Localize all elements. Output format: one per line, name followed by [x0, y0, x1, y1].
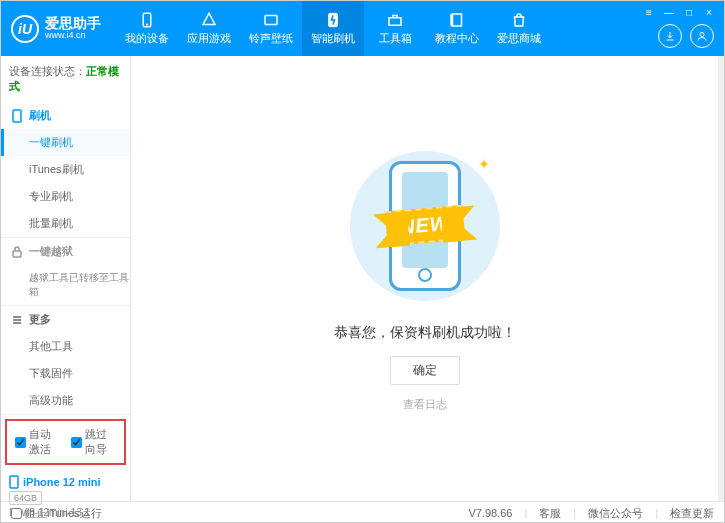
- app-header: iU 爱思助手 www.i4.cn 我的设备 应用游戏 铃声壁纸 智能刷机 工具…: [1, 1, 724, 56]
- list-icon: [11, 314, 23, 326]
- phone-icon: [138, 11, 156, 29]
- sidebar-flash-header[interactable]: 刷机: [1, 102, 130, 129]
- connection-status: 设备连接状态：正常模式: [1, 56, 130, 102]
- flash-icon: [324, 11, 342, 29]
- scrollbar[interactable]: [718, 56, 724, 501]
- nav-label: 智能刷机: [311, 31, 355, 46]
- wallpaper-icon: [262, 11, 280, 29]
- app-url: www.i4.cn: [45, 31, 101, 41]
- sidebar-item-batch-flash[interactable]: 批量刷机: [1, 210, 130, 237]
- device-name-text: iPhone 12 mini: [23, 476, 101, 488]
- sidebar-section-label: 一键越狱: [29, 244, 73, 259]
- storage-badge: 64GB: [9, 491, 42, 505]
- nav-label: 铃声壁纸: [249, 31, 293, 46]
- checkbox-label: 阻止iTunes运行: [25, 506, 102, 521]
- book-icon: [448, 11, 466, 29]
- nav-label: 爱思商城: [497, 31, 541, 46]
- close-button[interactable]: ×: [702, 5, 716, 19]
- checkbox-block-itunes[interactable]: 阻止iTunes运行: [11, 506, 102, 521]
- logo-area: iU 爱思助手 www.i4.cn: [11, 15, 101, 43]
- nav-label: 工具箱: [379, 31, 412, 46]
- sidebar-section-label: 刷机: [29, 108, 51, 123]
- minimize-button[interactable]: —: [662, 5, 676, 19]
- main-content: ✦ NEW 恭喜您，保资料刷机成功啦！ 确定 查看日志: [131, 56, 718, 501]
- device-icon: [9, 475, 19, 489]
- window-controls: ≡ — □ ×: [642, 5, 716, 19]
- nav-label: 应用游戏: [187, 31, 231, 46]
- svg-rect-7: [13, 251, 21, 257]
- sidebar-more-header[interactable]: 更多: [1, 306, 130, 333]
- device-name[interactable]: iPhone 12 mini: [9, 475, 122, 489]
- ok-button[interactable]: 确定: [390, 356, 460, 385]
- nav-my-device[interactable]: 我的设备: [116, 1, 178, 56]
- svg-rect-6: [13, 110, 21, 122]
- sidebar-item-download-firmware[interactable]: 下载固件: [1, 360, 130, 387]
- sparkle-icon: ✦: [478, 156, 490, 172]
- lock-icon: [11, 246, 23, 258]
- svg-point-5: [700, 33, 704, 37]
- svg-rect-2: [265, 16, 277, 25]
- success-message: 恭喜您，保资料刷机成功啦！: [334, 324, 516, 342]
- app-name: 爱思助手: [45, 15, 101, 31]
- nav-label: 教程中心: [435, 31, 479, 46]
- sidebar-item-other-tools[interactable]: 其他工具: [1, 333, 130, 360]
- nav-tutorials[interactable]: 教程中心: [426, 1, 488, 56]
- checkbox-label: 自动激活: [29, 427, 61, 457]
- nav-ringtones[interactable]: 铃声壁纸: [240, 1, 302, 56]
- maximize-button[interactable]: □: [682, 5, 696, 19]
- nav-toolbox[interactable]: 工具箱: [364, 1, 426, 56]
- sidebar-section-label: 更多: [29, 312, 51, 327]
- store-icon: [510, 11, 528, 29]
- menu-icon[interactable]: ≡: [642, 5, 656, 19]
- sidebar-item-oneclick-flash[interactable]: 一键刷机: [1, 129, 130, 156]
- wechat-link[interactable]: 微信公众号: [588, 506, 643, 521]
- checkbox-skip-guide[interactable]: 跳过向导: [71, 427, 117, 457]
- checkbox-auto-activate[interactable]: 自动激活: [15, 427, 61, 457]
- nav-apps-games[interactable]: 应用游戏: [178, 1, 240, 56]
- sidebar-jailbreak-note: 越狱工具已转移至工具箱: [1, 265, 130, 305]
- sidebar-options-highlighted: 自动激活 跳过向导: [5, 419, 126, 465]
- view-log-link[interactable]: 查看日志: [403, 397, 447, 412]
- nav-store[interactable]: 爱思商城: [488, 1, 550, 56]
- nav-smart-flash[interactable]: 智能刷机: [302, 1, 364, 56]
- sidebar: 设备连接状态：正常模式 刷机 一键刷机 iTunes刷机 专业刷机 批量刷机 一…: [1, 56, 131, 501]
- phone-small-icon: [11, 109, 23, 123]
- svg-point-1: [146, 24, 148, 26]
- app-logo-icon: iU: [11, 15, 39, 43]
- update-link[interactable]: 检查更新: [670, 506, 714, 521]
- main-nav: 我的设备 应用游戏 铃声壁纸 智能刷机 工具箱 教程中心 爱思商城: [116, 1, 550, 56]
- svg-rect-8: [10, 476, 18, 488]
- sidebar-jailbreak-header[interactable]: 一键越狱: [1, 238, 130, 265]
- app-title: 爱思助手 www.i4.cn: [45, 16, 101, 41]
- download-icon[interactable]: [658, 24, 682, 48]
- version-text: V7.98.66: [468, 507, 512, 519]
- sidebar-item-pro-flash[interactable]: 专业刷机: [1, 183, 130, 210]
- sidebar-item-itunes-flash[interactable]: iTunes刷机: [1, 156, 130, 183]
- header-action-icons: [658, 24, 714, 48]
- new-ribbon: NEW: [384, 205, 464, 247]
- toolbox-icon: [386, 11, 404, 29]
- service-link[interactable]: 客服: [539, 506, 561, 521]
- status-label: 设备连接状态：: [9, 65, 86, 77]
- svg-rect-4: [389, 18, 401, 26]
- nav-label: 我的设备: [125, 31, 169, 46]
- checkbox-label: 跳过向导: [85, 427, 117, 457]
- apps-icon: [200, 11, 218, 29]
- user-icon[interactable]: [690, 24, 714, 48]
- success-illustration: ✦ NEW: [335, 146, 515, 306]
- sidebar-item-advanced[interactable]: 高级功能: [1, 387, 130, 414]
